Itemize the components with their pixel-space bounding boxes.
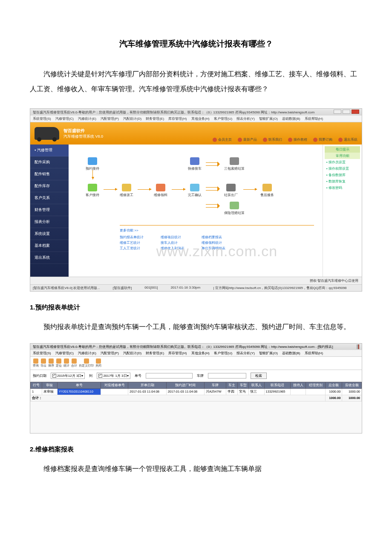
menu-item[interactable]: 汽配统计(D) (123, 351, 141, 355)
th[interactable]: 审核 (42, 382, 57, 388)
minimize-icon[interactable] (334, 110, 341, 114)
flow-aftersale[interactable]: 售后服务 (260, 184, 274, 197)
menu-item[interactable]: 其他业务(H) (191, 351, 210, 355)
flow-insurance[interactable]: 保险理赔结算 (224, 202, 245, 215)
th[interactable]: 应收金额 (342, 382, 362, 388)
close-icon[interactable] (358, 344, 359, 349)
flow-quick[interactable]: 快修接车 (188, 157, 202, 171)
menu-item[interactable]: 系统管理(S) (33, 117, 51, 121)
menu-item[interactable]: 汽修管理(C) (55, 117, 74, 121)
table-row[interactable]: 1 未审核 YY20170103110408110 2017-01-03 11:… (31, 388, 362, 395)
sidebar-item-settings[interactable]: 系统设置 (30, 228, 69, 240)
th[interactable]: 联系人 (249, 382, 264, 388)
menu-item[interactable]: 汽配管理(P) (101, 117, 119, 121)
tb-close[interactable]: 关闭 (95, 358, 101, 368)
menu-item[interactable]: 财务管理(E) (146, 117, 164, 121)
sidebar-item-exit[interactable]: 退出系统 (30, 252, 69, 264)
tb-export[interactable]: 导出 (40, 358, 46, 368)
menu-item[interactable]: 汽修统计(E) (78, 351, 96, 355)
th[interactable]: 单号 (57, 382, 101, 388)
checkbox-icon[interactable] (98, 374, 102, 378)
menu-item[interactable]: 库存管理(H) (168, 351, 187, 355)
sidebar-item-finance[interactable]: 财务管理 (30, 204, 69, 216)
quicklink[interactable]: 维修项目统计 (161, 234, 184, 240)
tips-item[interactable]: ▪ 修改密码 (325, 185, 360, 191)
cell-contact: 张三 (249, 388, 264, 395)
th[interactable]: 联系电话 (264, 382, 291, 388)
menu-item[interactable]: 汽配统计(D) (123, 117, 141, 121)
th[interactable]: 车主 (226, 382, 237, 388)
menu-item[interactable]: 库存管理(H) (168, 117, 187, 121)
sidebar-item-archive[interactable]: 基本档案 (30, 240, 69, 252)
menu-item[interactable]: 报表分析(Y) (236, 351, 255, 355)
menu-item[interactable]: 智能扩展(O) (259, 117, 278, 121)
toolbar-exit[interactable]: 退出系统 (338, 137, 357, 142)
flow-settle[interactable]: 结算出厂 (224, 184, 238, 197)
close-icon[interactable] (352, 110, 359, 114)
double-arrow-icon (206, 187, 219, 191)
toolbar-tutorial[interactable]: 操作教程 (288, 137, 307, 142)
th[interactable]: 开单日期 (128, 382, 166, 388)
sidebar-item-purchase[interactable]: 配件采购 (30, 156, 69, 168)
th[interactable]: 预约进厂时间 (166, 382, 204, 388)
menu-item[interactable]: 智能扩展(O) (259, 351, 278, 355)
th[interactable]: 对应维修单号 (101, 382, 128, 388)
th[interactable]: 车型 (237, 382, 249, 388)
menu-item[interactable]: 报表分析(Y) (236, 117, 255, 121)
tb-locate[interactable]: 定位 (56, 358, 62, 368)
menu-item[interactable]: 财务管理(E) (146, 351, 164, 355)
menu-item[interactable]: 系统帮助(H) (305, 351, 323, 355)
tb-sum[interactable]: 合计 (71, 358, 77, 368)
more-link[interactable]: 更多功能 >> (120, 228, 314, 233)
maximize-icon[interactable] (343, 110, 350, 114)
flow-finish[interactable]: 完工确认 (188, 184, 202, 197)
menu-item[interactable]: 汽修统计(E) (78, 117, 96, 121)
bill-input[interactable] (146, 373, 193, 379)
checkbox-icon[interactable] (52, 374, 56, 378)
menu-item[interactable]: 基础数据(B) (282, 351, 300, 355)
menu-item[interactable]: 汽修管理(C) (55, 351, 74, 355)
toolbar-home[interactable]: 会员主页 (213, 137, 232, 142)
menu-item[interactable]: 客户管理(U) (214, 117, 232, 121)
flow-material[interactable]: 维修领料 (154, 184, 167, 197)
tips-item[interactable]: ▪ 操作权限设置 (325, 165, 360, 172)
sidebar-item-report[interactable]: 报表分析 (30, 216, 69, 228)
menu-item[interactable]: 汽配管理(P) (101, 351, 119, 355)
flow-reservation[interactable]: 预约接待 (86, 157, 99, 171)
menu-item[interactable]: 基础数据(B) (282, 117, 300, 121)
double-arrow-icon (206, 162, 219, 166)
date-to[interactable]: 2017年 1月 3日 ▾ (97, 373, 130, 379)
quicklink[interactable]: 预约报表单统计 (120, 234, 144, 240)
tips-item[interactable]: ▪ 数据库恢复 (325, 178, 360, 185)
cell-audit: 未审核 (42, 388, 57, 395)
date-from[interactable]: 2015年12月 3日 ▾ (51, 373, 85, 379)
menu-item[interactable]: 客户管理(U) (214, 351, 232, 355)
search-button[interactable]: 检索 (251, 373, 267, 379)
quicklink[interactable]: 维修档案报表 (202, 234, 225, 240)
toolbar-contact[interactable]: 联系我们 (263, 137, 282, 142)
th[interactable]: 接待人 (291, 382, 306, 388)
th[interactable]: 车牌 (204, 382, 226, 388)
flow-reception[interactable]: 客户接待 (86, 184, 99, 197)
tips-item[interactable]: ▪ 操作员设置 (325, 159, 360, 165)
sidebar-item-stock[interactable]: 配件库存 (30, 180, 69, 192)
th[interactable]: 经理类别 (306, 382, 325, 388)
th[interactable]: 总金额 (325, 382, 342, 388)
th[interactable]: 行号 (31, 382, 42, 388)
tb-filter[interactable]: 筛序 (48, 358, 54, 368)
tips-item[interactable]: ▪ 备份数据库 (325, 172, 360, 178)
menu-item[interactable]: 其他业务(H) (191, 117, 210, 121)
tb-stats[interactable]: 统计 (63, 358, 69, 368)
sidebar-item-sales[interactable]: 配件销售 (30, 168, 69, 180)
flow-dispatch[interactable]: 维修派工 (120, 184, 133, 197)
toolbar-order[interactable]: 我要订购 (313, 137, 332, 142)
toolbar-products[interactable]: 最新产品 (238, 137, 257, 142)
menu-item[interactable]: 系统帮助(H) (305, 117, 323, 121)
sidebar-item-repair[interactable]: ▪ 汽修管理 (30, 145, 69, 156)
sidebar-item-crm[interactable]: 客户关系 (30, 192, 69, 204)
flow-warranty[interactable]: 三包索赔结算 (224, 157, 245, 171)
tb-query[interactable]: 查询 (33, 358, 39, 368)
tb-print[interactable]: 自定义打印 (79, 358, 94, 368)
menu-item[interactable]: 系统管理(S) (33, 351, 51, 355)
plate-input[interactable] (208, 373, 246, 379)
